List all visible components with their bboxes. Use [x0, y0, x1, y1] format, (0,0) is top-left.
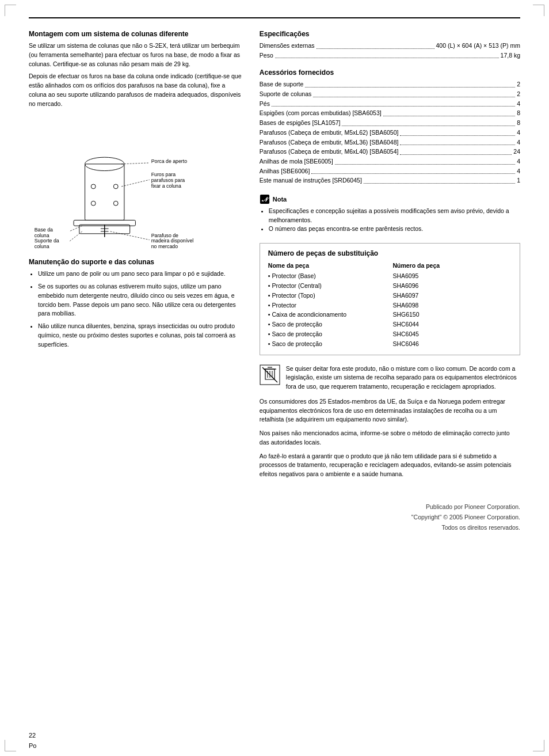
specs-title: Especificações — [260, 30, 520, 38]
note-title: Nota — [273, 196, 287, 203]
assembly-para-2: Depois de efectuar os furos na base da c… — [29, 72, 242, 108]
replacement-title: Número de peças de substituição — [268, 249, 512, 257]
accessory-item: Suporte de colunas2 — [260, 90, 520, 98]
maintenance-title: Manutenção do suporte e das colunas — [29, 258, 242, 266]
acc-value: 8 — [517, 109, 520, 117]
rep-number-item: SHG6150 — [392, 310, 512, 320]
acc-value: 24 — [513, 147, 520, 156]
acc-value: 1 — [517, 176, 520, 185]
note-header: 𝒩 Nota — [260, 194, 287, 204]
note-icon-svg: 𝒩 — [260, 194, 270, 204]
page: Montagem com um sistema de colunas difer… — [0, 0, 549, 756]
acc-value: 2 — [517, 80, 520, 89]
diagram-area: Base da coluna Suporte da coluna Porca d… — [29, 117, 242, 250]
svg-text:coluna: coluna — [35, 233, 49, 238]
svg-text:coluna: coluna — [35, 244, 49, 249]
acc-label: Suporte de colunas — [260, 90, 311, 98]
acc-label: Parafusos (Cabeça de embutir, M5xL62) [S… — [260, 128, 399, 137]
svg-text:Porca de aperto: Porca de aperto — [151, 158, 187, 164]
accessories-list: Base de suporte2Suporte de colunas2Pés4E… — [260, 80, 520, 185]
svg-text:Furos para: Furos para — [151, 172, 176, 178]
svg-point-5 — [113, 184, 118, 189]
acc-dots — [400, 135, 515, 136]
rep-numbers-col: Número da peça SHA6095SHA6096SHA6097SHA6… — [392, 262, 512, 348]
rep-name-item: • Saco de protecção — [268, 329, 387, 339]
spec-dimensions: Dimensões externas 400 (L) × 604 (A) × 5… — [260, 41, 520, 50]
rep-name-item: • Protector (Base) — [268, 271, 387, 281]
maint-item-1: Utilize um pano de polir ou um pano seco… — [38, 269, 242, 279]
spec-dim-dots — [317, 48, 434, 49]
svg-text:madeira disponível: madeira disponível — [151, 238, 194, 244]
assembly-section: Montagem com um sistema de colunas difer… — [29, 30, 242, 108]
maint-item-3: Não utilize nunca diluentes, benzina, sp… — [38, 322, 242, 349]
acc-value: 4 — [517, 167, 520, 176]
recycle-para-3: Ao fazê-lo estará a garantir que o produ… — [260, 452, 520, 479]
svg-rect-1 — [85, 164, 124, 221]
svg-text:no mercado: no mercado — [151, 244, 178, 249]
recycle-para-2: Nos países não mencionados acima, inform… — [260, 429, 520, 447]
acc-label: Pés — [260, 100, 270, 108]
svg-line-35 — [262, 367, 277, 382]
rep-number-item: SHC6045 — [392, 329, 512, 339]
rep-numbers-list: SHA6095SHA6096SHA6097SHA6098SHG6150SHC60… — [392, 271, 512, 348]
rep-number-item: SHA6097 — [392, 291, 512, 301]
note-item-1: Especificações e concepção sujeitas a po… — [269, 207, 520, 225]
acc-label: Anilhas [SBE6006] — [260, 167, 310, 176]
rep-name-item: • Saco de protecção — [268, 339, 387, 349]
acc-dots — [383, 116, 516, 116]
acc-dots — [313, 97, 515, 97]
footer-line3: Todos os direitos reservados. — [260, 523, 520, 533]
acc-label: Parafusos (Cabeça de embutir, M5xL36) [S… — [260, 138, 399, 147]
corner-mark-bl — [5, 740, 16, 751]
svg-point-4 — [91, 184, 96, 189]
corner-mark-tr — [533, 5, 544, 16]
acc-label: Este manual de instruções [SRD6045] — [260, 176, 362, 185]
rep-number-item: SHC6044 — [392, 320, 512, 329]
top-rule — [29, 17, 520, 18]
spec-weight-label: Peso — [260, 51, 273, 60]
note-list: Especificações e concepção sujeitas a po… — [260, 207, 520, 234]
rep-col2-header: Número da peça — [392, 262, 512, 269]
accessory-item: Este manual de instruções [SRD6045]1 — [260, 176, 520, 185]
maint-item-2: Se os suportes ou as colunas estiverem m… — [38, 282, 242, 318]
spec-weight-value: 17,8 kg — [501, 51, 520, 60]
recycle-text: Se quiser deitar fora este produto, não … — [286, 364, 520, 392]
accessories-title: Acessórios fornecidos — [260, 69, 520, 77]
acc-dots — [311, 173, 515, 174]
rep-number-item: SHA6098 — [392, 301, 512, 310]
acc-value: 4 — [517, 100, 520, 108]
rep-name-item: • Protector (Topo) — [268, 291, 387, 301]
svg-line-14 — [121, 180, 150, 187]
footer-line2: "Copyright" © 2005 Pioneer Corporation. — [260, 512, 520, 523]
acc-dots — [400, 145, 515, 145]
svg-text:fixar a coluna: fixar a coluna — [151, 183, 181, 189]
svg-line-13 — [121, 163, 150, 164]
rep-name-item: • Protector — [268, 301, 387, 310]
svg-line-12 — [69, 231, 82, 242]
rep-names-list: • Protector (Base)• Protector (Central)•… — [268, 271, 387, 348]
corner-mark-br — [533, 740, 544, 751]
acc-label: Anilhas de mola [SBE6005] — [260, 157, 333, 166]
recycle-icon — [260, 364, 280, 390]
main-content: Montagem com um sistema de colunas difer… — [29, 30, 520, 533]
acc-value: 4 — [517, 128, 520, 137]
note-item-2: O número das peças encontra-se entre par… — [269, 225, 520, 234]
svg-point-7 — [113, 201, 118, 206]
accessory-item: Parafusos (Cabeça de embutir, M5xL62) [S… — [260, 128, 520, 137]
acc-value: 8 — [517, 119, 520, 127]
replacement-columns: Nome da peça • Protector (Base)• Protect… — [268, 262, 512, 348]
accessory-item: Anilhas de mola [SBE6005]4 — [260, 157, 520, 166]
accessory-item: Base de suporte2 — [260, 80, 520, 89]
accessory-item: Bases de espigões [SLA1057]8 — [260, 119, 520, 127]
recycle-para-1: Os consumidores dos 25 Estados-membros d… — [260, 397, 520, 424]
acc-label: Base de suporte — [260, 80, 303, 89]
spec-dim-value: 400 (L) × 604 (A) × 513 (P) mm — [436, 41, 520, 50]
rep-col1-header: Nome da peça — [268, 262, 387, 269]
acc-value: 2 — [517, 90, 520, 98]
acc-dots — [364, 183, 515, 184]
acc-label: Parafusos (Cabeça de embutir, M6xL40) [S… — [260, 147, 399, 156]
right-column: Especificações Dimensões externas 400 (L… — [260, 30, 520, 533]
page-lang-value: Po — [29, 742, 36, 749]
specs-section: Especificações Dimensões externas 400 (L… — [260, 30, 520, 59]
page-lang: Po — [29, 742, 36, 749]
